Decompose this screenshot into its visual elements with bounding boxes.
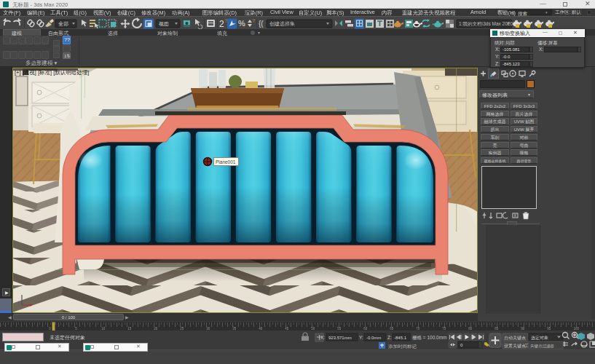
svg-text:关键点过滤器: 关键点过滤器 (530, 344, 555, 349)
svg-text:2: 2 (219, 19, 224, 29)
svg-text:{(: {( (259, 20, 264, 28)
svg-text:选定对象: 选定对象 (531, 335, 548, 341)
svg-text:[+] [透视] [标准] [默认明暗处理]: [+] [透视] [标准] [默认明暗处理] (15, 69, 89, 76)
svg-text:Z:: Z: (387, 335, 392, 340)
svg-text:Y:: Y: (359, 335, 363, 340)
svg-text:-845.1: -845.1 (394, 336, 407, 340)
svg-text:?: ? (252, 18, 255, 23)
svg-text:923.571mm: 923.571mm (328, 336, 352, 340)
svg-text:-0.0mm: -0.0mm (366, 336, 381, 340)
svg-text:全部: 全部 (58, 21, 68, 27)
svg-text:%: % (238, 19, 245, 28)
svg-text:添加时间标记: 添加时间标记 (388, 344, 417, 349)
svg-text:Plane001: Plane001 (216, 159, 236, 165)
svg-text:创建选择集: 创建选择集 (269, 21, 295, 27)
svg-text:X:: X: (320, 335, 325, 340)
svg-text:1:我的文档\3ds Max 2020: 1:我的文档\3ds Max 2020 (459, 21, 513, 27)
svg-text:自动关键点: 自动关键点 (504, 335, 526, 341)
svg-text:视图: 视图 (159, 21, 169, 27)
svg-text:?: ? (224, 18, 227, 23)
svg-text:设置关键点: 设置关键点 (504, 343, 526, 349)
